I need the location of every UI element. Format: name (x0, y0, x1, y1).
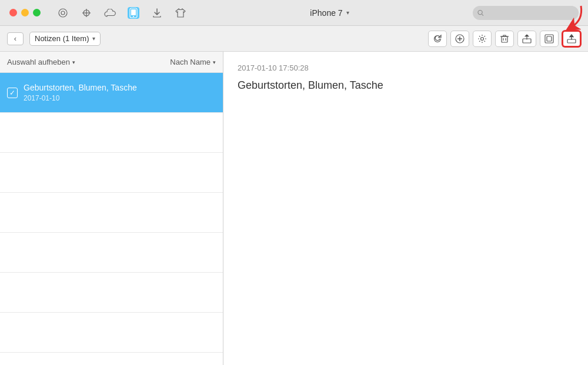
title-bar: iPhone 7 ▾ (0, 0, 588, 26)
detail-title: Geburtstorten, Blumen, Tasche (238, 79, 574, 92)
upload-button-container (562, 31, 581, 47)
title-bar-left (9, 7, 186, 19)
search-icon (477, 9, 484, 16)
svg-rect-14 (502, 36, 507, 42)
shirt-icon[interactable] (175, 7, 186, 19)
list-panel: Auswahl aufheben ▾ Nach Name ▾ ✓ Geburts… (0, 52, 223, 365)
upload-button[interactable] (562, 31, 581, 47)
cloud-icon[interactable] (104, 7, 116, 19)
select-all-label: Auswahl aufheben (7, 58, 70, 66)
sort-label: Nach Name (170, 58, 211, 66)
list-item[interactable] (0, 153, 223, 193)
gear-icon (477, 34, 487, 43)
window-controls (9, 9, 41, 16)
refresh-button[interactable] (428, 31, 447, 47)
list-item[interactable] (0, 313, 223, 353)
title-bar-center[interactable]: iPhone 7 ▾ (310, 8, 349, 18)
settings-button[interactable] (473, 31, 492, 47)
delete-button[interactable] (495, 31, 514, 47)
close-button[interactable] (9, 9, 17, 16)
svg-point-1 (61, 11, 65, 15)
export-button[interactable] (517, 31, 536, 47)
list-item[interactable] (0, 273, 223, 313)
svg-rect-19 (545, 35, 553, 43)
svg-line-9 (482, 14, 483, 15)
list-item[interactable] (0, 233, 223, 273)
detail-timestamp: 2017-01-10 17:50:28 (238, 63, 574, 72)
main-content: Auswahl aufheben ▾ Nach Name ▾ ✓ Geburts… (0, 52, 588, 365)
minimize-button[interactable] (21, 9, 29, 16)
search-input[interactable] (486, 9, 574, 17)
music-icon[interactable] (57, 7, 69, 19)
svg-point-13 (481, 37, 484, 40)
list-header: Auswahl aufheben ▾ Nach Name ▾ (0, 52, 223, 73)
title-bar-icons (57, 7, 186, 19)
detail-panel: 2017-01-10 17:50:28 Geburtstorten, Blume… (223, 52, 588, 365)
svg-point-0 (59, 9, 67, 17)
svg-point-8 (478, 10, 482, 14)
toolbar-left: ‹ Notizen (1 Item) ▾ (7, 32, 101, 46)
toolbar: ‹ Notizen (1 Item) ▾ (0, 26, 588, 52)
svg-rect-21 (567, 39, 576, 43)
svg-point-7 (133, 16, 134, 17)
title-bar-right (473, 6, 579, 20)
select-chevron-icon: ▾ (72, 59, 75, 65)
select-all-control[interactable]: Auswahl aufheben ▾ (7, 58, 75, 66)
app-title: iPhone 7 (310, 8, 342, 18)
restore-button[interactable] (540, 31, 559, 47)
title-chevron-icon: ▾ (346, 9, 349, 16)
list-item-date: 2017-01-10 (24, 94, 216, 102)
restore-icon (544, 34, 554, 43)
list-item-content: Geburtstorten, Blumen, Tasche 2017-01-10 (24, 83, 216, 102)
trash-icon (500, 34, 509, 43)
export-icon (522, 34, 532, 43)
list-item-title: Geburtstorten, Blumen, Tasche (24, 83, 216, 92)
search-bar[interactable] (473, 6, 579, 20)
add-button[interactable] (450, 31, 469, 47)
download-icon[interactable] (151, 7, 163, 19)
upload-icon (567, 34, 576, 43)
ringtone-icon[interactable] (81, 7, 92, 19)
add-icon (455, 34, 465, 43)
device-icon[interactable] (128, 7, 139, 19)
list-item[interactable] (0, 113, 223, 153)
breadcrumb-label: Notizen (1 Item) (35, 34, 89, 43)
list-item[interactable]: ✓ Geburtstorten, Blumen, Tasche 2017-01-… (0, 73, 223, 113)
breadcrumb-chevron-icon: ▾ (92, 35, 95, 42)
back-button[interactable]: ‹ (7, 32, 24, 45)
sort-control[interactable]: Nach Name ▾ (170, 58, 216, 66)
item-checkbox[interactable]: ✓ (7, 88, 18, 98)
list-items: ✓ Geburtstorten, Blumen, Tasche 2017-01-… (0, 73, 223, 365)
maximize-button[interactable] (33, 9, 41, 16)
breadcrumb-select[interactable]: Notizen (1 Item) ▾ (29, 32, 101, 46)
refresh-icon (433, 34, 442, 43)
svg-rect-6 (131, 9, 136, 15)
svg-rect-20 (547, 36, 552, 41)
list-item[interactable] (0, 193, 223, 233)
toolbar-right (428, 31, 581, 47)
sort-chevron-icon: ▾ (213, 59, 216, 65)
